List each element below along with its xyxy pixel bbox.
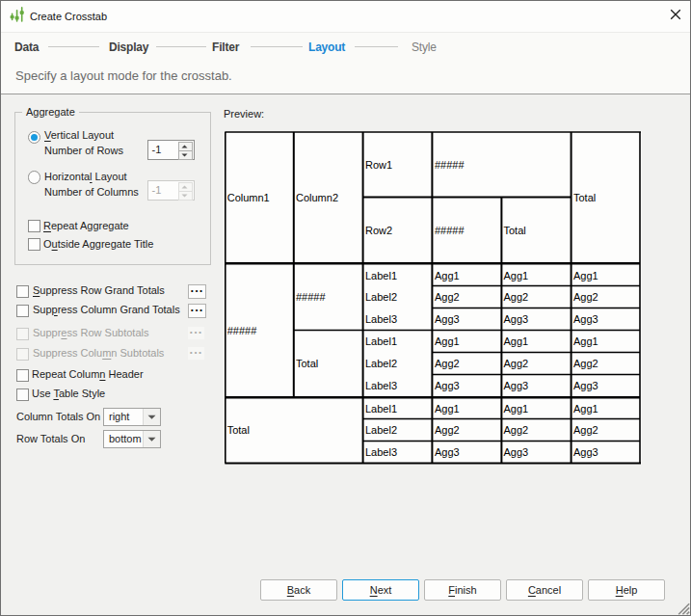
svg-text:Agg3: Agg3 xyxy=(503,446,528,458)
svg-text:Total: Total xyxy=(296,358,318,369)
svg-text:Column2: Column2 xyxy=(296,192,338,203)
svg-text:Total: Total xyxy=(226,424,249,436)
svg-text:Total: Total xyxy=(573,192,596,203)
svg-text:Column1: Column1 xyxy=(226,192,269,203)
svg-text:#####: ##### xyxy=(226,324,256,335)
svg-text:Agg1: Agg1 xyxy=(435,402,460,414)
svg-text:Agg3: Agg3 xyxy=(573,446,598,458)
svg-text:Agg2: Agg2 xyxy=(503,291,528,303)
svg-text:Label3: Label3 xyxy=(365,446,397,458)
svg-text:Agg3: Agg3 xyxy=(435,380,460,391)
svg-text:Agg1: Agg1 xyxy=(503,402,528,414)
svg-text:Label2: Label2 xyxy=(365,291,397,303)
svg-text:Agg1: Agg1 xyxy=(435,335,460,347)
svg-text:Label3: Label3 xyxy=(365,313,397,325)
svg-text:Label2: Label2 xyxy=(365,424,397,436)
svg-text:Label1: Label1 xyxy=(365,269,397,281)
svg-text:Row2: Row2 xyxy=(365,225,392,236)
svg-text:Agg3: Agg3 xyxy=(435,446,460,458)
svg-text:Agg2: Agg2 xyxy=(503,424,528,436)
svg-text:Agg2: Agg2 xyxy=(435,424,460,436)
svg-text:Agg1: Agg1 xyxy=(573,335,598,347)
svg-text:Label1: Label1 xyxy=(365,335,397,347)
svg-text:#####: ##### xyxy=(435,158,465,170)
svg-text:Row1: Row1 xyxy=(365,158,392,170)
svg-text:Agg3: Agg3 xyxy=(573,313,598,325)
svg-text:Agg2: Agg2 xyxy=(573,424,598,436)
svg-text:Agg2: Agg2 xyxy=(435,358,460,369)
svg-text:#####: ##### xyxy=(296,291,326,303)
svg-text:#####: ##### xyxy=(435,225,465,236)
svg-text:Agg1: Agg1 xyxy=(503,335,528,347)
svg-text:Agg2: Agg2 xyxy=(503,358,528,369)
svg-text:Total: Total xyxy=(503,225,525,236)
svg-text:Label1: Label1 xyxy=(365,402,397,414)
svg-text:Label3: Label3 xyxy=(365,380,397,391)
svg-text:Agg3: Agg3 xyxy=(573,380,598,391)
svg-text:Agg1: Agg1 xyxy=(503,269,528,281)
svg-text:Agg1: Agg1 xyxy=(573,402,598,414)
svg-text:Agg2: Agg2 xyxy=(573,358,598,369)
svg-text:Agg2: Agg2 xyxy=(435,291,460,303)
svg-text:Label2: Label2 xyxy=(365,358,397,369)
svg-text:Agg1: Agg1 xyxy=(435,269,460,281)
svg-text:Agg2: Agg2 xyxy=(573,291,598,303)
svg-text:Agg1: Agg1 xyxy=(573,269,598,281)
svg-text:Agg3: Agg3 xyxy=(435,313,460,325)
svg-text:Agg3: Agg3 xyxy=(503,380,528,391)
svg-text:Agg3: Agg3 xyxy=(503,313,528,325)
